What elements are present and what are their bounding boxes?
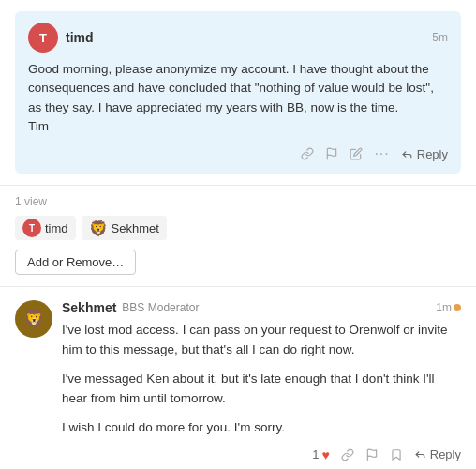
post-2-flag-icon[interactable] <box>365 448 379 461</box>
viewer-sekhmet: 🦁 Sekhmet <box>82 216 167 240</box>
add-remove-button[interactable]: Add or Remove… <box>15 250 136 275</box>
post-1-body: Good morning, please anonymize my accoun… <box>28 60 448 136</box>
post-1-username: timd <box>66 30 94 45</box>
flag-icon[interactable] <box>325 147 338 160</box>
online-dot <box>454 304 461 311</box>
viewer-timd: T timd <box>15 216 76 240</box>
page-wrapper: T timd 5m Good morning, please anonymize… <box>0 0 476 469</box>
post-2-para-2: I've messaged Ken about it, but it's lat… <box>62 370 461 409</box>
bookmark-icon[interactable] <box>390 448 403 461</box>
post-2-content: Sekhmet BBS Moderator 1m I've lost mod a… <box>62 300 461 462</box>
viewer-timd-avatar: T <box>22 219 41 237</box>
edit-icon[interactable] <box>350 147 363 160</box>
heart-icon[interactable]: ♥ <box>321 447 329 462</box>
post-1-card: T timd 5m Good morning, please anonymize… <box>15 11 461 174</box>
post-2-header-left: Sekhmet BBS Moderator <box>62 300 199 315</box>
link-icon[interactable] <box>301 147 314 160</box>
post-2-container: 🦁 Sekhmet BBS Moderator 1m I've lost mod… <box>0 287 476 469</box>
post-2-header: Sekhmet BBS Moderator 1m <box>62 300 461 315</box>
post-2-body: I've lost mod access. I can pass on your… <box>62 321 461 438</box>
post-2-timestamp-group: 1m <box>436 301 461 314</box>
post-1-avatar: T <box>28 23 58 53</box>
post-2-para-3: I wish I could do more for you. I'm sorr… <box>62 418 461 438</box>
post-2-timestamp: 1m <box>436 301 452 314</box>
post-2-username: Sekhmet <box>62 300 116 315</box>
viewer-timd-name: timd <box>45 221 68 235</box>
viewers-row: T timd 🦁 Sekhmet <box>15 216 461 240</box>
views-section: 1 view T timd 🦁 Sekhmet Add or Remove… <box>0 186 476 287</box>
post-2-role: BBS Moderator <box>122 301 199 314</box>
viewer-sekhmet-name: Sekhmet <box>112 221 159 235</box>
post-1-container: T timd 5m Good morning, please anonymize… <box>0 0 476 186</box>
post-1-timestamp: 5m <box>432 31 448 44</box>
post-1-header: T timd 5m <box>28 23 448 53</box>
post-2-link-icon[interactable] <box>341 448 354 461</box>
viewer-sekhmet-avatar: 🦁 <box>89 219 108 237</box>
post-1-actions: ··· Reply <box>28 145 448 162</box>
post-2-avatar: 🦁 <box>15 300 52 338</box>
post-2-reply-button[interactable]: Reply <box>414 447 461 461</box>
like-count: 1 <box>312 447 319 461</box>
like-group: 1 ♥ <box>312 447 330 462</box>
views-count: 1 view <box>15 195 461 208</box>
more-icon[interactable]: ··· <box>374 145 389 162</box>
post-1-header-left: T timd <box>28 23 94 53</box>
post-2-actions: 1 ♥ Reply <box>62 447 461 462</box>
post-2-para-1: I've lost mod access. I can pass on your… <box>62 321 461 360</box>
post-1-reply-button[interactable]: Reply <box>401 147 448 161</box>
